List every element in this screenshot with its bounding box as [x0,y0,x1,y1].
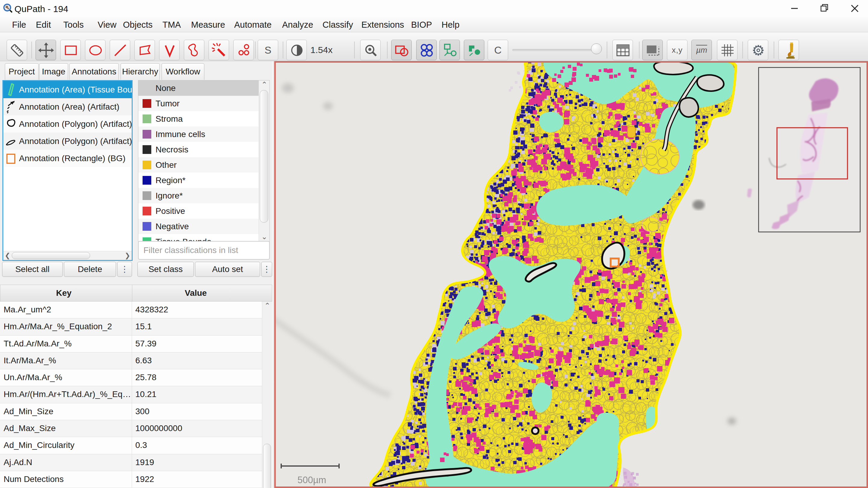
svg-text:500µm: 500µm [298,475,326,485]
